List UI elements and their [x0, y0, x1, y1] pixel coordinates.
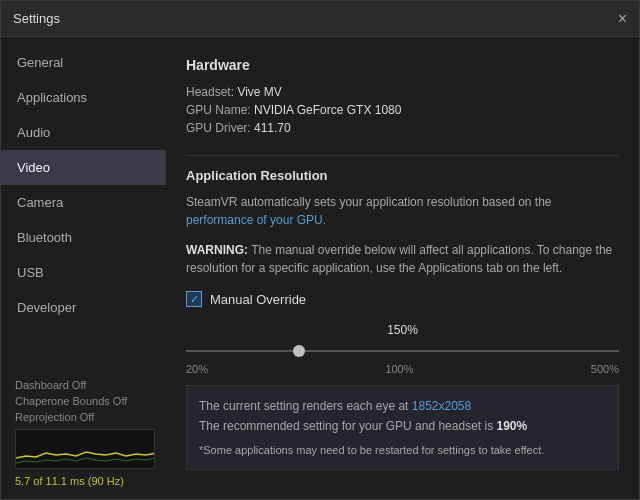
sidebar-item-general[interactable]: General	[1, 45, 166, 80]
sidebar-item-video[interactable]: Video	[1, 150, 166, 185]
window-title: Settings	[13, 11, 60, 26]
checkmark-icon: ✓	[190, 293, 199, 306]
slider-value-label: 150%	[186, 323, 619, 337]
gpu-driver-row: GPU Driver: 411.70	[186, 121, 619, 135]
reprojection-stat: Reprojection Off	[15, 411, 152, 423]
performance-graph	[15, 429, 155, 469]
slider-thumb[interactable]	[293, 345, 305, 357]
sidebar-bottom-stats: Dashboard Off Chaperone Bounds Off Repro…	[1, 367, 166, 499]
sidebar-item-bluetooth[interactable]: Bluetooth	[1, 220, 166, 255]
close-button[interactable]: ×	[618, 10, 627, 28]
manual-override-label: Manual Override	[210, 292, 306, 307]
section-divider	[186, 155, 619, 156]
sidebar-item-usb[interactable]: USB	[1, 255, 166, 290]
dashboard-stat: Dashboard Off	[15, 379, 152, 391]
slider-labels: 20% 100% 500%	[186, 363, 619, 375]
hardware-section-title: Hardware	[186, 57, 619, 73]
manual-override-checkbox[interactable]: ✓	[186, 291, 202, 307]
slider-track[interactable]	[186, 341, 619, 361]
result-box: The current setting renders each eye at …	[186, 385, 619, 470]
slider-mid-label: 100%	[385, 363, 413, 375]
slider-line	[186, 350, 619, 352]
description-text: SteamVR automatically sets your applicat…	[186, 193, 619, 229]
sidebar-item-developer[interactable]: Developer	[1, 290, 166, 325]
result-note: *Some applications may need to be restar…	[199, 441, 606, 460]
app-resolution-title: Application Resolution	[186, 168, 619, 183]
sidebar-item-audio[interactable]: Audio	[1, 115, 166, 150]
chaperone-stat: Chaperone Bounds Off	[15, 395, 152, 407]
resolution-slider-container: 150% 20% 100% 500%	[186, 323, 619, 375]
slider-max-label: 500%	[591, 363, 619, 375]
main-content: General Applications Audio Video Camera …	[1, 37, 639, 499]
headset-row: Headset: Vive MV	[186, 85, 619, 99]
result-line2: The recommended setting for your GPU and…	[199, 416, 606, 436]
sidebar: General Applications Audio Video Camera …	[1, 37, 166, 499]
manual-override-row[interactable]: ✓ Manual Override	[186, 291, 619, 307]
title-bar: Settings ×	[1, 1, 639, 37]
perf-label: 5.7 of 11.1 ms (90 Hz)	[15, 475, 152, 487]
settings-window: Settings × General Applications Audio Vi…	[0, 0, 640, 500]
slider-min-label: 20%	[186, 363, 208, 375]
warning-text: WARNING: The manual override below will …	[186, 241, 619, 277]
result-line1: The current setting renders each eye at …	[199, 396, 606, 416]
gpu-name-row: GPU Name: NVIDIA GeForce GTX 1080	[186, 103, 619, 117]
sidebar-item-camera[interactable]: Camera	[1, 185, 166, 220]
main-panel: Hardware Headset: Vive MV GPU Name: NVID…	[166, 37, 639, 499]
sidebar-item-applications[interactable]: Applications	[1, 80, 166, 115]
hardware-info: Headset: Vive MV GPU Name: NVIDIA GeForc…	[186, 85, 619, 135]
